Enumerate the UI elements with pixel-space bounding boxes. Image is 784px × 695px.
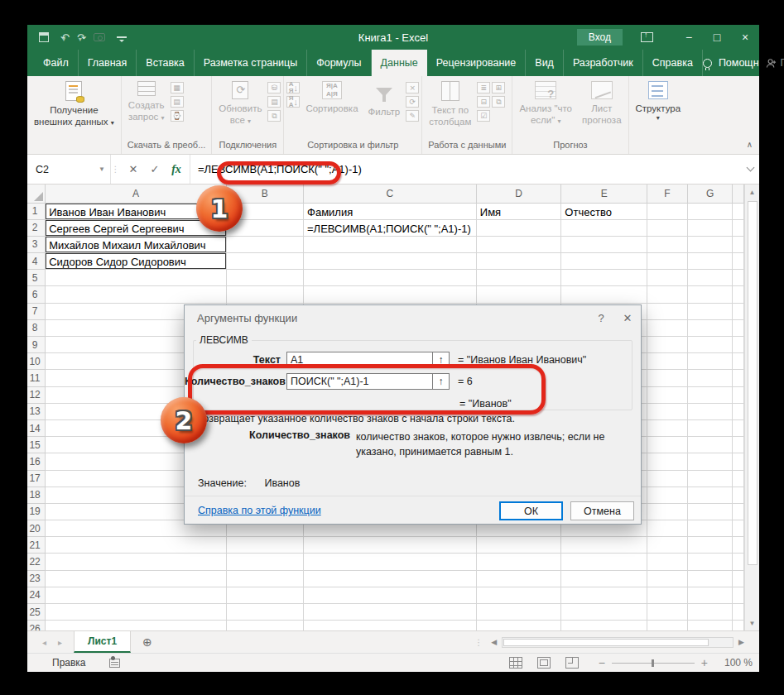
cell-F21[interactable] — [647, 537, 688, 554]
cell-C21[interactable] — [304, 537, 477, 554]
name-box-dropdown-icon[interactable]: ▼ — [99, 165, 105, 173]
cell-E5[interactable] — [561, 270, 647, 286]
cell-B26[interactable] — [226, 621, 303, 630]
cell-C6[interactable] — [304, 286, 477, 303]
scroll-up-icon[interactable]: ▲ — [745, 185, 759, 199]
tabbar-splitter[interactable]: ⋮ — [474, 638, 483, 647]
scroll-right-icon[interactable]: ▶ — [735, 638, 748, 646]
cell-G23[interactable] — [688, 570, 733, 587]
cell-E24[interactable] — [561, 587, 647, 603]
row-header-23[interactable]: 23 — [27, 570, 46, 587]
cell-F13[interactable] — [647, 403, 688, 419]
cell-E3[interactable] — [561, 236, 647, 252]
select-all-corner[interactable] — [27, 185, 46, 203]
name-box[interactable]: C2 ▼ — [27, 155, 110, 184]
column-header-G[interactable]: G — [688, 185, 733, 203]
cell-F9[interactable] — [647, 337, 688, 353]
cell-A23[interactable] — [46, 570, 227, 587]
cell-B5[interactable] — [226, 270, 303, 286]
formula-bar-splitter[interactable]: ⋮ — [110, 155, 120, 184]
redo-icon[interactable]: ↷▾ — [77, 32, 82, 43]
row-header-8[interactable]: 8 — [27, 319, 46, 336]
cell-E6[interactable] — [561, 286, 647, 303]
insert-function-icon[interactable]: fx — [166, 159, 186, 180]
cell-E21[interactable] — [561, 537, 647, 554]
row-header-10[interactable]: 10 — [27, 353, 46, 370]
assistant-label[interactable]: Помощн — [719, 57, 759, 69]
customize-qat-icon[interactable] — [117, 36, 127, 38]
cell-B25[interactable] — [226, 604, 303, 621]
minimize-button[interactable]: − — [675, 25, 703, 50]
cell-G12[interactable] — [688, 386, 733, 403]
cell-F14[interactable] — [647, 419, 688, 436]
cell-F17[interactable] — [647, 470, 688, 486]
cell-C25[interactable] — [304, 604, 477, 621]
cell-G22[interactable] — [688, 554, 733, 570]
cell-B3[interactable] — [226, 236, 303, 252]
menu-tab-Файл[interactable]: Файл — [34, 50, 79, 76]
cell-G17[interactable] — [688, 470, 733, 486]
column-header-E[interactable]: E — [561, 185, 647, 203]
row-header-21[interactable]: 21 — [27, 537, 46, 554]
new-sheet-icon[interactable]: ⊕ — [131, 631, 164, 653]
cell-G9[interactable] — [688, 337, 733, 353]
cell-D22[interactable] — [476, 554, 561, 570]
cell-F20[interactable] — [647, 520, 688, 537]
page-break-view-icon[interactable] — [565, 657, 579, 669]
cell-E26[interactable] — [561, 621, 647, 630]
row-header-9[interactable]: 9 — [27, 337, 46, 353]
dialog-help-icon[interactable]: ? — [588, 306, 614, 329]
cell-F1[interactable] — [647, 203, 688, 219]
cell-G14[interactable] — [688, 419, 733, 436]
cancel-button[interactable]: Отмена — [570, 501, 634, 520]
column-header-partial[interactable] — [733, 185, 744, 203]
expand-formula-bar-icon[interactable] — [741, 155, 759, 184]
menu-tab-Вставка[interactable]: Вставка — [137, 50, 194, 76]
zoom-slider-handle[interactable] — [652, 659, 654, 667]
cell-F12[interactable] — [647, 386, 688, 403]
cell-E4[interactable] — [561, 253, 647, 270]
cell-C24[interactable] — [304, 587, 477, 603]
cell-B24[interactable] — [226, 587, 303, 603]
menu-tab-Рецензирование[interactable]: Рецензирование — [427, 50, 527, 76]
cell-B21[interactable] — [226, 537, 303, 554]
row-header-4[interactable]: 4 — [27, 253, 46, 270]
cell-G26[interactable] — [688, 621, 733, 630]
cell-B6[interactable] — [226, 286, 303, 303]
prev-sheet-icon[interactable]: ◂ — [42, 638, 46, 647]
cell-D2[interactable] — [476, 219, 561, 236]
get-external-data-button[interactable]: Получение внешних данных ▾ — [30, 78, 118, 130]
row-header-6[interactable]: 6 — [27, 286, 46, 303]
outline-button[interactable]: Структура ▾ — [632, 78, 685, 124]
cell-F25[interactable] — [647, 604, 688, 621]
cell-F22[interactable] — [647, 554, 688, 570]
column-header-C[interactable]: C — [304, 185, 477, 203]
cell-D4[interactable] — [476, 253, 561, 270]
cell-G21[interactable] — [688, 537, 733, 554]
horizontal-scrollbar[interactable] — [502, 637, 733, 648]
sign-in-button[interactable]: Вход — [577, 29, 623, 46]
cell-G13[interactable] — [688, 403, 733, 419]
cell-F24[interactable] — [647, 587, 688, 603]
menu-tab-Разметка страницы[interactable]: Разметка страницы — [195, 50, 307, 76]
cell-A21[interactable] — [46, 537, 227, 554]
cell-G18[interactable] — [688, 486, 733, 503]
cell-F11[interactable] — [647, 370, 688, 386]
cell-F23[interactable] — [647, 570, 688, 587]
row-header-5[interactable]: 5 — [27, 270, 46, 286]
menu-tab-Формулы[interactable]: Формулы — [307, 50, 371, 76]
macro-record-icon[interactable] — [109, 659, 120, 668]
cell-G6[interactable] — [688, 286, 733, 303]
cell-F7[interactable] — [647, 303, 688, 319]
cancel-entry-icon[interactable]: ✕ — [123, 159, 143, 180]
cell-C4[interactable] — [304, 253, 477, 270]
cell-G8[interactable] — [688, 319, 733, 336]
cell-G25[interactable] — [688, 604, 733, 621]
ribbon-display-options-icon[interactable] — [641, 32, 653, 42]
cell-E1[interactable]: Отчество — [561, 203, 647, 219]
cell-G5[interactable] — [688, 270, 733, 286]
cell-F2[interactable] — [647, 219, 688, 236]
cell-F6[interactable] — [647, 286, 688, 303]
cell-F4[interactable] — [647, 253, 688, 270]
cell-F8[interactable] — [647, 319, 688, 336]
